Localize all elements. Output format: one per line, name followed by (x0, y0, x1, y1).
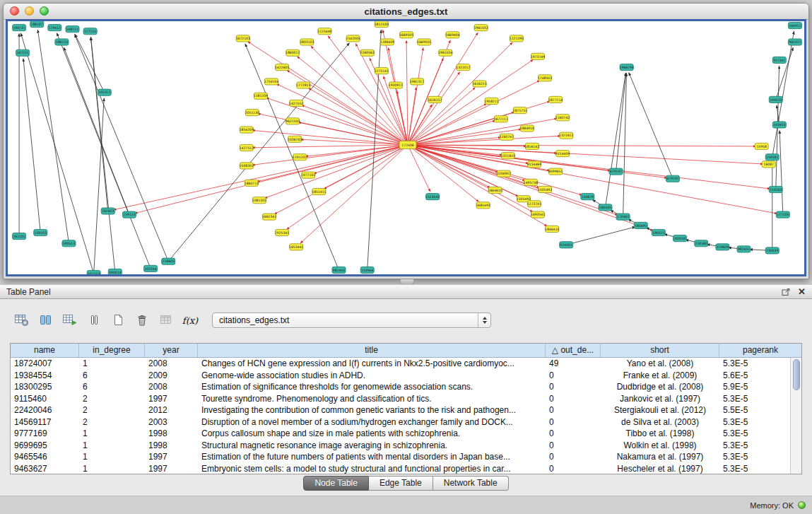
graph-node[interactable]: 1495758 (524, 179, 538, 185)
function-builder-button[interactable]: f(x) (181, 311, 199, 329)
graph-node[interactable]: 501513 (87, 270, 100, 274)
graph-node[interactable]: 1181209 (254, 93, 268, 99)
graph-node[interactable]: 186107 (30, 21, 44, 28)
graph-node[interactable]: 1966794 (620, 64, 634, 71)
graph-node[interactable]: 1493541 (531, 211, 545, 218)
graph-node[interactable]: 1748503 (538, 75, 552, 81)
graph-node[interactable]: 8099651 (548, 168, 563, 175)
graph-node[interactable]: 216605 (162, 258, 175, 264)
graph-node[interactable]: 150679 (581, 194, 594, 200)
graph-node[interactable]: 1191207 (293, 154, 307, 160)
graph-node[interactable]: 1653441 (289, 244, 303, 250)
graph-node[interactable]: 1860713 (245, 180, 259, 186)
delete-table-button[interactable] (133, 311, 151, 329)
graph-node[interactable]: 205311 (98, 89, 111, 95)
graph-node[interactable]: 153944 (360, 267, 374, 273)
graph-node[interactable]: 167211 (16, 49, 30, 56)
graph-node[interactable]: 982451 (737, 246, 751, 252)
graph-node[interactable]: 194533 (769, 96, 782, 103)
graph-node[interactable]: 220609 (716, 244, 729, 250)
graph-node[interactable]: 1125440 (317, 28, 331, 35)
graph-node[interactable]: 177215 (83, 28, 97, 35)
graph-node[interactable]: 1626157 (428, 96, 442, 103)
graph-node[interactable]: 1877114 (548, 96, 563, 103)
graph-node[interactable]: 1860012 (286, 49, 300, 56)
graph-node[interactable]: 590513 (62, 240, 76, 247)
column-header-out_degree[interactable]: △ out_de... (546, 344, 601, 357)
column-header-pagerank[interactable]: pagerank (719, 344, 801, 357)
graph-node[interactable]: 177105 (776, 211, 789, 218)
table-row[interactable]: 911546021997Tourette syndrome. Phenomeno… (11, 393, 790, 405)
graph-node[interactable]: 170462 (616, 214, 630, 220)
graph-node[interactable]: 159581 (765, 154, 779, 160)
graph-node[interactable]: 1321610 (501, 153, 515, 159)
graph-node[interactable]: 1851411 (312, 188, 326, 194)
graph-node[interactable]: 9154469 (527, 161, 541, 168)
import-table-button[interactable] (157, 311, 175, 329)
graph-node[interactable]: 1186409 (380, 39, 394, 45)
graph-node[interactable]: 180491 (634, 222, 647, 228)
graph-node[interactable]: 262603 (101, 208, 114, 214)
graph-node[interactable]: 982450 (332, 267, 346, 273)
table-row[interactable]: 969969511998Structural magnetic resonanc… (11, 440, 790, 452)
graph-node[interactable]: 159123 (122, 211, 136, 218)
graph-node[interactable]: 230639 (765, 247, 779, 254)
graph-node[interactable]: 1930917 (389, 82, 403, 88)
graph-node[interactable]: 9621503 (286, 118, 300, 124)
graph-node[interactable]: 9154409 (555, 151, 570, 157)
graph-node[interactable]: 190731 (13, 25, 26, 31)
column-header-in_degree[interactable]: in_degree (79, 344, 145, 357)
graph-node[interactable]: 1812530 (375, 21, 389, 28)
graph-node[interactable]: 1505492 (538, 186, 552, 192)
graph-node[interactable]: 159103 (34, 229, 47, 235)
column-header-short[interactable]: short (601, 344, 719, 357)
graph-node[interactable]: 1669505 (399, 32, 413, 38)
graph-node[interactable]: 1961034 (438, 49, 452, 56)
graph-node[interactable]: 1273701 (527, 201, 541, 207)
column-header-title[interactable]: title (198, 344, 546, 357)
table-row[interactable]: 1872400712008Changes of HCN gene express… (11, 358, 790, 370)
close-window-button[interactable] (10, 6, 19, 16)
graph-node[interactable]: 1160742 (555, 115, 570, 121)
graph-node[interactable]: 2260563 (360, 49, 375, 56)
graph-node[interactable]: 1036702 (288, 136, 302, 142)
minimize-window-button[interactable] (25, 6, 34, 16)
graph-node[interactable]: 1961317 (410, 78, 424, 85)
row-height-button[interactable] (85, 311, 103, 329)
column-header-year[interactable]: year (145, 344, 198, 357)
graph-node[interactable]: 179412 (48, 25, 61, 31)
graph-node[interactable]: 1275141 (375, 68, 389, 74)
graph-node[interactable]: 1754104 (264, 78, 278, 85)
graph-node[interactable]: 2204907 (497, 170, 511, 177)
table-row[interactable]: 946362711997Embryonic stem cells: a mode… (11, 463, 790, 474)
table-row[interactable]: 1830029562008Estimation of significance … (11, 381, 790, 393)
graph-node[interactable]: 15958 (755, 143, 768, 149)
graph-node[interactable]: 186110 (55, 39, 69, 45)
graph-node[interactable]: 1864910 (520, 125, 534, 132)
graph-node[interactable]: 210580 (695, 240, 708, 247)
graph-node[interactable]: 190521 (652, 229, 665, 235)
graph-node[interactable]: 160435 (599, 204, 612, 211)
graph-node[interactable]: 924501 (560, 242, 573, 248)
column-visibility-button[interactable] (37, 311, 55, 329)
graph-node[interactable]: 1508302 (240, 163, 254, 169)
graph-node[interactable]: 203344 (144, 265, 158, 271)
graph-node[interactable]: 1961032 (473, 25, 488, 31)
graph-node[interactable]: 1669404 (445, 32, 459, 38)
table-row[interactable]: 946554611997Estimation of the future num… (11, 451, 790, 463)
graph-node[interactable]: 1616215 (472, 81, 486, 87)
graph-node[interactable]: 1669501 (417, 39, 431, 45)
graph-node[interactable]: 927341 (772, 57, 786, 63)
graph-node[interactable]: 168112 (66, 26, 79, 33)
graph-node[interactable]: 1677117 (494, 116, 508, 122)
graph-node[interactable]: 2051130 (245, 110, 259, 116)
graph-node[interactable]: 1664610 (488, 187, 502, 193)
table-edit-button[interactable] (61, 311, 79, 329)
graph-node[interactable]: 1321612 (559, 132, 573, 139)
tab-node-table[interactable]: Node Table (303, 476, 369, 491)
graph-node[interactable]: 143453 (772, 122, 786, 128)
tab-network-table[interactable]: Network Table (433, 476, 509, 491)
graph-node[interactable]: 7925341 (275, 229, 289, 235)
float-panel-button[interactable] (782, 288, 791, 296)
graph-node[interactable]: 1854209 (240, 127, 254, 133)
